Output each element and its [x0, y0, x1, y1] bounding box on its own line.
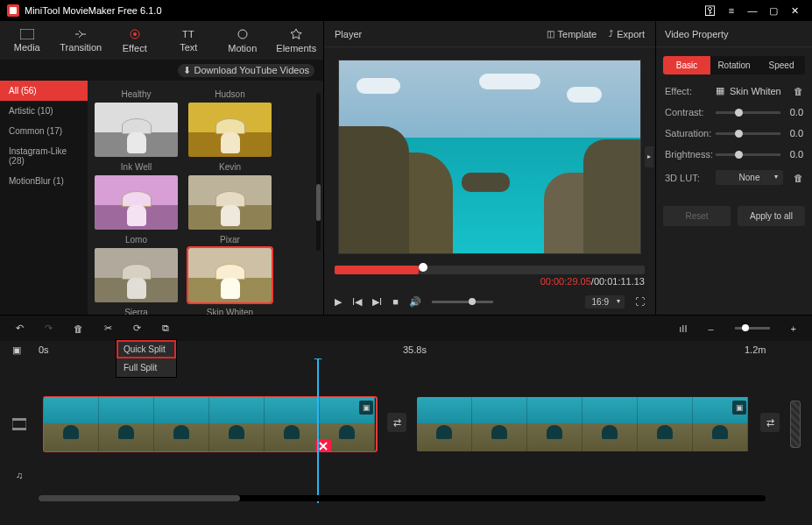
time-readout: 00:00:29.05 / 00:01:11.13	[324, 274, 655, 288]
volume-icon[interactable]: 🔊	[409, 296, 421, 308]
tab-elements[interactable]: Elements	[270, 21, 324, 60]
delete-lut-button[interactable]: 🗑	[794, 173, 803, 183]
clip-2-trim-icon[interactable]: ▣	[732, 401, 746, 415]
svg-point-3	[133, 32, 137, 36]
svg-rect-1	[20, 29, 34, 39]
aspect-select[interactable]: 16:9	[585, 295, 625, 309]
svg-rect-0	[10, 7, 17, 14]
tab-transition[interactable]: Transition	[54, 21, 109, 60]
effect-sierra[interactable]: Sierra	[95, 248, 178, 315]
contrast-slider[interactable]	[716, 111, 780, 114]
clip-1-trim-icon[interactable]: ▣	[359, 401, 373, 415]
tab-motion[interactable]: Motion	[215, 21, 270, 60]
property-tabs: Basic Rotation Speed	[663, 56, 805, 74]
effect-pixar[interactable]: Pixar	[188, 175, 272, 245]
audio-toggle-icon[interactable]: ıII	[679, 323, 687, 334]
player-title: Player	[335, 29, 534, 39]
volume-slider[interactable]	[432, 301, 493, 303]
quick-split-item[interactable]: Quick Split	[117, 340, 176, 358]
effect-name: Skin Whiten	[730, 86, 788, 96]
video-track: ▣ ⇄ ▣ ⇄	[0, 394, 812, 455]
prev-button[interactable]: I◀	[352, 296, 362, 308]
split-menu: Quick Split Full Split	[116, 339, 177, 378]
effect-scrollbar-thumb[interactable]	[316, 184, 321, 221]
video-preview[interactable]	[338, 60, 641, 254]
next-button[interactable]: ▶I	[372, 296, 382, 308]
cat-motionblur[interactable]: MotionBlur (1)	[0, 171, 88, 191]
download-bar: ⬇ Download YouTube Videos	[0, 60, 323, 81]
audio-track[interactable]: ♫	[0, 455, 812, 495]
seek-bar[interactable]	[335, 266, 645, 274]
maximize-button[interactable]: ▢	[763, 0, 784, 21]
tab-text[interactable]: TTText	[162, 21, 216, 60]
cat-artistic[interactable]: Artistic (10)	[0, 101, 88, 121]
play-button[interactable]: ▶	[335, 296, 342, 308]
zoom-in-button[interactable]: +	[791, 323, 796, 334]
lut-select[interactable]: None	[716, 170, 783, 185]
panel-collapse-handle[interactable]: ▸	[645, 146, 653, 167]
effect-skinwhiten[interactable]: Skin Whiten	[188, 248, 272, 315]
effect-categories: All (56) Artistic (10) Common (17) Insta…	[0, 81, 88, 315]
player-panel: Player ◫ Template ⤴ Export ▸ 00:00:29	[324, 21, 656, 315]
contrast-row: Contrast:0.0	[656, 102, 812, 123]
stop-button[interactable]: ■	[392, 296, 399, 307]
ptab-rotation[interactable]: Rotation	[710, 56, 758, 74]
brightness-row: Brightness:0.0	[656, 144, 812, 165]
zoom-slider[interactable]	[735, 327, 770, 330]
cat-instagram[interactable]: Instagram-Like (28)	[0, 141, 88, 171]
lut-row: 3D LUT: None 🗑	[656, 165, 812, 190]
playhead[interactable]	[317, 358, 319, 503]
close-button[interactable]: ✕	[784, 0, 805, 21]
export-button[interactable]: ⤴ Export	[609, 29, 645, 39]
undo-button[interactable]: ↶	[16, 323, 24, 334]
timeline: ▣ ⇄ ▣ ⇄ ♫	[0, 358, 812, 503]
redo-button[interactable]: ↷	[45, 323, 53, 334]
brightness-slider[interactable]	[716, 153, 780, 156]
effect-inkwell[interactable]: Ink Well	[95, 103, 178, 172]
full-split-item[interactable]: Full Split	[117, 358, 176, 377]
crop-button[interactable]: ⧉	[162, 323, 169, 334]
fullscreen-button[interactable]: ⛶	[635, 296, 645, 307]
delete-effect-button[interactable]: 🗑	[794, 86, 803, 96]
svg-rect-7	[12, 420, 26, 429]
cat-all[interactable]: All (56)	[0, 81, 88, 101]
split-button[interactable]: ✂	[104, 323, 112, 334]
ptab-speed[interactable]: Speed	[758, 56, 805, 74]
tab-effect[interactable]: Effect	[108, 21, 162, 60]
speed-button[interactable]: ⟳	[133, 323, 141, 334]
timeline-scrollbar[interactable]	[39, 495, 766, 501]
tab-media[interactable]: Media	[0, 21, 54, 60]
ptab-basic[interactable]: Basic	[663, 56, 710, 74]
svg-rect-8	[12, 418, 26, 421]
transition-slot-2[interactable]: ⇄	[760, 413, 780, 432]
effect-hudson[interactable]: Hudson	[188, 89, 272, 99]
apply-all-button[interactable]: Apply to all	[738, 206, 805, 226]
svg-point-6	[238, 30, 247, 39]
video-track-header[interactable]	[0, 394, 39, 455]
cat-common[interactable]: Common (17)	[0, 121, 88, 141]
saturation-slider[interactable]	[716, 132, 780, 135]
template-button[interactable]: ◫ Template	[547, 29, 597, 39]
svg-rect-9	[12, 428, 26, 430]
player-stage: ▸	[324, 47, 655, 266]
timeline-end-strip	[790, 401, 801, 448]
clip-2[interactable]: ▣	[417, 397, 750, 451]
key-icon[interactable]: ⚿	[700, 0, 721, 21]
menu-icon[interactable]: ≡	[721, 0, 742, 21]
effect-healthy[interactable]: Healthy	[95, 89, 178, 99]
effect-kevin[interactable]: Kevin	[188, 103, 272, 172]
download-youtube-button[interactable]: ⬇ Download YouTube Videos	[178, 64, 314, 77]
delete-button[interactable]: 🗑	[74, 323, 83, 334]
library-tabs: Media Transition Effect TTText Motion El…	[0, 21, 323, 60]
minimize-button[interactable]: —	[742, 0, 763, 21]
effect-lomo[interactable]: Lomo	[95, 175, 178, 245]
reset-button[interactable]: Reset	[663, 206, 731, 226]
clip-1[interactable]: ▣	[44, 397, 377, 451]
layers-icon[interactable]: ▣	[12, 344, 21, 356]
transition-slot-1[interactable]: ⇄	[387, 413, 406, 432]
library-panel: Media Transition Effect TTText Motion El…	[0, 21, 324, 315]
audio-track-header[interactable]: ♫	[0, 455, 39, 495]
properties-title: Video Property	[656, 21, 812, 47]
svg-text:T: T	[188, 29, 194, 39]
zoom-out-button[interactable]: –	[708, 323, 713, 334]
